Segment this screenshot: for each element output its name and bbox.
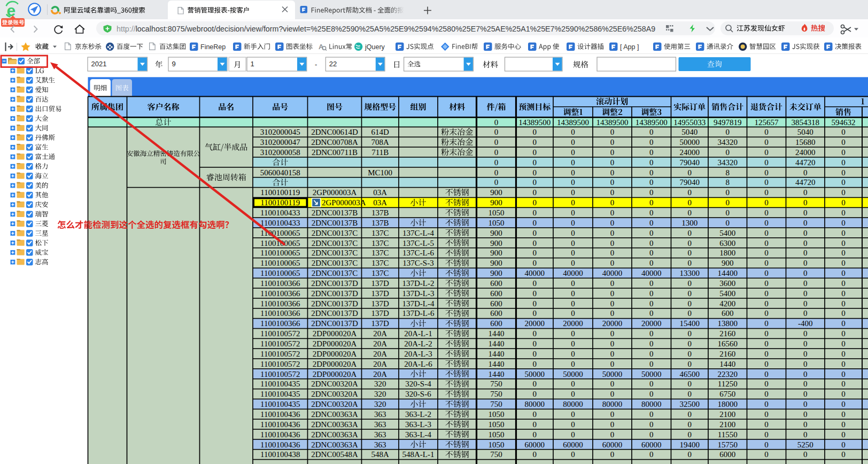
svg-text:0: 0 [764,198,769,207]
svg-text:0: 0 [803,289,808,298]
svg-text:363: 363 [374,420,386,429]
svg-text:137C: 137C [371,229,389,237]
svg-text:0: 0 [571,148,575,157]
svg-text:0: 0 [803,390,808,398]
svg-text:0: 0 [764,138,769,146]
svg-text:1440: 1440 [489,360,505,368]
svg-text:137C: 137C [371,249,389,257]
svg-text:900: 900 [490,198,502,207]
svg-text:0: 0 [803,450,808,459]
svg-text:0: 0 [687,339,692,348]
svg-text:2GP000003A: 2GP000003A [313,188,357,197]
svg-text:40000: 40000 [641,269,662,277]
svg-text:1100100572: 1100100572 [260,350,300,358]
svg-text:711B: 711B [371,148,389,157]
svg-text:0: 0 [649,168,654,177]
svg-text:137C-S-3: 137C-S-3 [402,259,433,267]
svg-text:60000: 60000 [563,440,583,449]
svg-text:0: 0 [687,198,692,207]
svg-text:20A: 20A [373,329,387,338]
svg-text:0: 0 [687,279,692,288]
svg-text:0: 0 [532,229,537,237]
svg-text:0: 0 [841,450,846,459]
svg-text:900: 900 [490,249,502,257]
svg-text:0: 0 [610,138,615,146]
svg-text:594632: 594632 [832,118,856,127]
svg-text:320-S-6: 320-S-6 [405,390,431,398]
svg-text:0: 0 [571,198,575,207]
svg-text:0: 0 [764,229,769,237]
svg-text:6000: 6000 [719,450,735,459]
svg-text:0: 0 [841,249,846,257]
svg-text:03A: 03A [373,188,387,197]
svg-text:0: 0 [532,168,537,177]
svg-text:0: 0 [571,309,575,318]
svg-text:0: 0 [610,229,615,237]
svg-text:137D: 137D [371,289,390,298]
svg-text:24000: 24000 [679,148,700,157]
svg-text:60000: 60000 [641,440,662,449]
svg-text:0: 0 [841,148,846,157]
svg-text:0: 0 [649,410,654,419]
svg-text:0: 0 [841,158,846,167]
svg-text:9: 9 [172,60,176,68]
svg-text:1100100436: 1100100436 [260,430,300,439]
svg-text:03A: 03A [373,198,387,207]
svg-text:2DNC00711B: 2DNC00711B [312,148,358,157]
svg-text:0: 0 [649,350,654,358]
svg-text:5060040158: 5060040158 [260,168,300,177]
svg-text:0: 0 [841,188,846,197]
svg-text:0: 0 [764,128,769,136]
svg-text:0: 0 [725,198,730,207]
svg-text:0: 0 [571,420,575,429]
svg-text:0: 0 [803,279,808,288]
svg-text:20000: 20000 [563,319,583,328]
svg-text:0: 0 [803,259,808,267]
svg-text:0: 0 [610,158,615,167]
svg-text:900: 900 [722,259,734,267]
svg-text:1440: 1440 [489,339,505,348]
svg-text:0: 0 [610,450,615,459]
svg-text:1100100572: 1100100572 [260,360,300,368]
svg-text:0: 0 [764,360,769,368]
svg-text:2DNC00363A: 2DNC00363A [311,430,358,439]
svg-text:1050: 1050 [489,420,505,429]
svg-text:0: 0 [649,339,654,348]
svg-text:137D-L-3: 137D-L-3 [402,289,435,298]
svg-text:0: 0 [494,118,499,127]
svg-text:2100: 2100 [719,410,735,419]
svg-text:1050: 1050 [489,430,505,439]
svg-text:600: 600 [490,309,502,318]
svg-text:0: 0 [649,329,654,338]
svg-text:0: 0 [532,249,537,257]
svg-text:9497819: 9497819 [714,118,742,127]
svg-text:50000: 50000 [641,370,662,378]
svg-text:0: 0 [803,400,808,408]
svg-text:15400: 15400 [679,319,700,328]
svg-text:137C-L-6: 137C-L-6 [402,249,435,257]
svg-text:0: 0 [649,430,654,439]
svg-text:1100100366: 1100100366 [260,289,300,298]
svg-text:34320: 34320 [717,158,738,167]
svg-text:0: 0 [571,229,575,237]
svg-text:2DP000020A: 2DP000020A [313,360,357,368]
svg-text:0: 0 [571,178,575,187]
svg-text:0: 0 [610,148,615,157]
svg-text:137B: 137B [371,219,389,227]
svg-text:750: 750 [490,380,502,388]
svg-text:548A-L-1: 548A-L-1 [402,450,435,459]
svg-text:0: 0 [687,249,692,257]
svg-text:1050: 1050 [489,440,505,449]
svg-text:0: 0 [494,168,499,177]
svg-text:2100: 2100 [719,420,735,429]
svg-text:46500: 46500 [679,370,700,378]
svg-text:0: 0 [610,249,615,257]
svg-text:2DNC00614D: 2DNC00614D [311,128,358,136]
svg-text:0: 0 [532,339,537,348]
svg-text:1800: 1800 [719,249,735,257]
svg-text:50000: 50000 [563,370,583,378]
svg-text:0: 0 [764,259,769,267]
svg-text:2DNC00137D: 2DNC00137D [311,279,358,288]
svg-text:0: 0 [841,168,846,177]
svg-text:0: 0 [803,239,808,248]
